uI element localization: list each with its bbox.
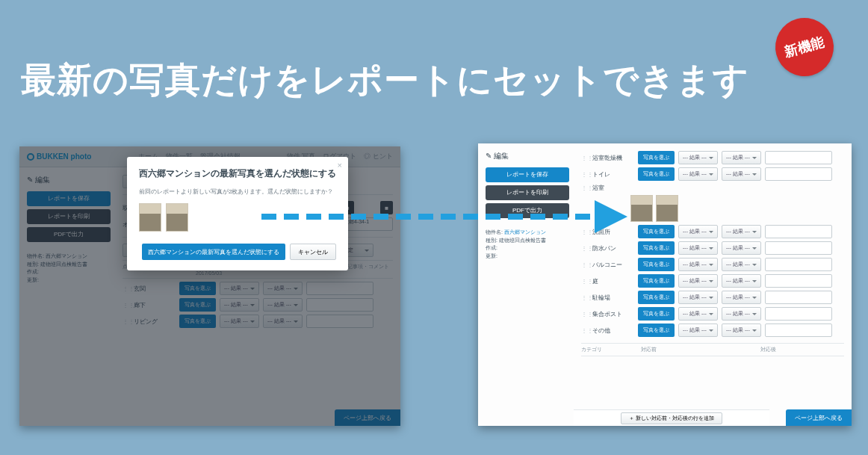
comment-input[interactable] xyxy=(765,258,832,271)
select-photo-button[interactable]: 写真を選ぶ xyxy=(638,274,675,288)
drag-icon[interactable]: ⋮⋮ xyxy=(581,155,589,161)
cancel-button[interactable]: キャンセル xyxy=(290,244,336,260)
drag-icon[interactable]: ⋮⋮ xyxy=(581,171,589,178)
table-row: ⋮⋮その他写真を選ぶ--- 結果 ------ 結果 --- xyxy=(581,324,844,337)
result-select[interactable]: --- 結果 --- xyxy=(722,274,761,288)
comment-input[interactable] xyxy=(765,324,832,337)
left-sidebar: 編集 レポートを保存 レポートを印刷 PDFで出力 物件名: 西六郷マンション … xyxy=(478,143,574,426)
add-row-button[interactable]: ＋ 新しい対応前・対応後の行を追加 xyxy=(621,412,722,424)
save-report-button[interactable]: レポートを保存 xyxy=(486,167,569,182)
row-label: トイレ xyxy=(592,170,634,179)
selected-photo-thumbs xyxy=(630,195,844,222)
edit-header: 編集 xyxy=(486,151,566,161)
result-select[interactable]: --- 結果 --- xyxy=(678,291,718,304)
select-photo-button[interactable]: 写真を選ぶ xyxy=(638,307,675,321)
photo-thumb xyxy=(166,203,188,232)
modal-title: 西六郷マンションの最新写真を選んだ状態にする xyxy=(139,167,336,180)
arrow-indicator xyxy=(261,202,650,232)
drag-icon[interactable]: ⋮⋮ xyxy=(581,278,589,285)
table-row: ⋮⋮浴室乾燥機写真を選ぶ--- 結果 ------ 結果 --- xyxy=(581,151,844,164)
result-select[interactable]: --- 結果 --- xyxy=(678,167,718,181)
table-row: ⋮⋮バルコニー写真を選ぶ--- 結果 ------ 結果 --- xyxy=(581,258,844,271)
drag-icon[interactable]: ⋮⋮ xyxy=(581,261,589,268)
comment-input[interactable] xyxy=(765,307,832,321)
result-select[interactable]: --- 結果 --- xyxy=(722,167,761,181)
result-select[interactable]: --- 結果 --- xyxy=(678,324,718,337)
comment-input[interactable] xyxy=(765,167,832,181)
table-row: ⋮⋮トイレ写真を選ぶ--- 結果 ------ 結果 --- xyxy=(581,167,844,181)
drag-icon[interactable]: ⋮⋮ xyxy=(581,311,589,318)
result-select[interactable]: --- 結果 --- xyxy=(722,324,761,337)
select-photo-button[interactable]: 写真を選ぶ xyxy=(638,167,675,181)
row-label: 浴室 xyxy=(592,184,634,192)
result-select[interactable]: --- 結果 --- xyxy=(722,307,761,321)
photo-thumb xyxy=(139,203,161,232)
row-label: 駐輪場 xyxy=(592,294,634,302)
select-photo-button[interactable]: 写真を選ぶ xyxy=(638,258,675,271)
row-label: 庭 xyxy=(592,277,634,285)
row-label: 防水パン xyxy=(592,244,634,253)
drag-icon[interactable]: ⋮⋮ xyxy=(581,245,589,252)
select-photo-button[interactable]: 写真を選ぶ xyxy=(638,291,675,304)
close-icon[interactable]: × xyxy=(338,161,342,170)
table-row: ⋮⋮駐輪場写真を選ぶ--- 結果 ------ 結果 --- xyxy=(581,291,844,304)
comment-input[interactable] xyxy=(765,274,832,288)
drag-icon[interactable]: ⋮⋮ xyxy=(581,185,589,191)
confirm-set-photos-button[interactable]: 西六郷マンションの最新写真を選んだ状態にする xyxy=(142,244,285,260)
arrow-head-icon xyxy=(595,200,627,233)
photo-thumb[interactable] xyxy=(656,195,678,222)
result-select[interactable]: --- 結果 --- xyxy=(678,307,718,321)
result-select[interactable]: --- 結果 --- xyxy=(722,151,761,164)
table-row: ⋮⋮集合ポスト写真を選ぶ--- 結果 ------ 結果 --- xyxy=(581,307,844,321)
row-label: バルコニー xyxy=(592,261,634,269)
page-headline: 最新の写真だけをレポートにセットできます xyxy=(21,57,749,104)
new-feature-badge: 新機能 xyxy=(769,11,840,83)
result-select[interactable]: --- 結果 --- xyxy=(722,225,761,238)
report-meta: 物件名: 西六郷マンション 種別: 建物巡回点検報告書 作成: 更新: xyxy=(486,229,566,260)
select-photo-button[interactable]: 写真を選ぶ xyxy=(638,151,675,164)
comment-input[interactable] xyxy=(765,291,832,304)
select-photo-button[interactable]: 写真を選ぶ xyxy=(638,324,675,337)
main-panel: ⋮⋮浴室乾燥機写真を選ぶ--- 結果 ------ 結果 ---⋮⋮トイレ写真を… xyxy=(574,143,852,426)
modal-body: 前回のレポートより新しい写真が2枚あります。選んだ状態にしますか？ xyxy=(139,188,336,196)
result-select[interactable]: --- 結果 --- xyxy=(678,258,718,271)
select-photo-button[interactable]: 写真を選ぶ xyxy=(638,241,675,255)
screenshot-before: BUKKEN photo ホーム 物件一覧 管理会社情報 物件 写真 ログアウト… xyxy=(19,146,400,426)
table-row: ⋮⋮防水パン写真を選ぶ--- 結果 ------ 結果 --- xyxy=(581,241,844,255)
drag-icon[interactable]: ⋮⋮ xyxy=(581,294,589,301)
drag-icon[interactable]: ⋮⋮ xyxy=(581,327,589,334)
table-row: ⋮⋮浴室 xyxy=(581,184,844,192)
add-row-bar: ＋ 新しい対応前・対応後の行を追加 xyxy=(574,409,769,426)
screenshot-after: 編集 レポートを保存 レポートを印刷 PDFで出力 物件名: 西六郷マンション … xyxy=(478,143,852,426)
result-select[interactable]: --- 結果 --- xyxy=(722,258,761,271)
row-label: 浴室乾燥機 xyxy=(592,154,634,162)
table-row: ⋮⋮庭写真を選ぶ--- 結果 ------ 結果 --- xyxy=(581,274,844,288)
result-select[interactable]: --- 結果 --- xyxy=(678,225,718,238)
back-to-top-button[interactable]: ページ上部へ戻る xyxy=(786,409,852,426)
result-select[interactable]: --- 結果 --- xyxy=(722,291,761,304)
result-select[interactable]: --- 結果 --- xyxy=(722,241,761,255)
result-select[interactable]: --- 結果 --- xyxy=(678,151,718,164)
row-label: その他 xyxy=(592,326,634,335)
comment-input[interactable] xyxy=(765,241,832,255)
comment-input[interactable] xyxy=(765,151,832,164)
row-label: 集合ポスト xyxy=(592,310,634,318)
result-select[interactable]: --- 結果 --- xyxy=(678,274,718,288)
print-report-button[interactable]: レポートを印刷 xyxy=(486,185,569,200)
category-header: カテゴリ 対応前 対応後 xyxy=(581,343,844,356)
result-select[interactable]: --- 結果 --- xyxy=(678,241,718,255)
comment-input[interactable] xyxy=(765,225,832,238)
